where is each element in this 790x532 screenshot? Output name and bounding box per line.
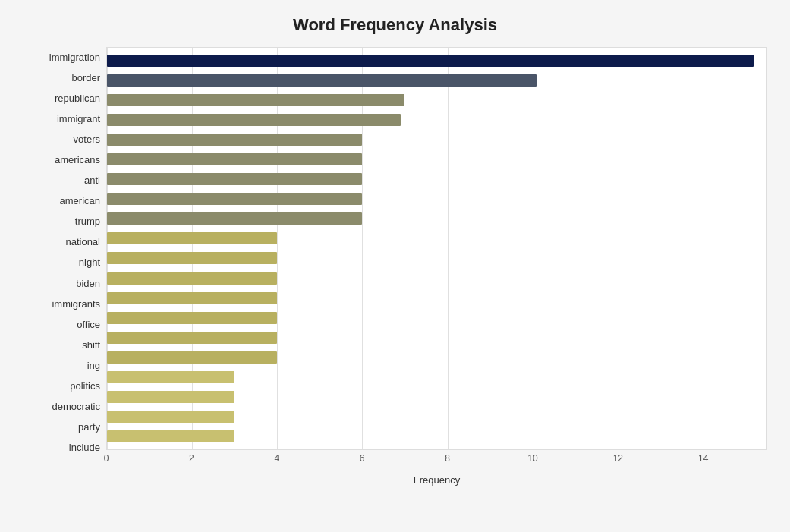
- bar-row: [107, 71, 766, 90]
- bar-row: [107, 130, 766, 150]
- bar: [107, 134, 362, 146]
- bar: [107, 55, 754, 67]
- bar: [107, 252, 277, 264]
- y-label: politics: [70, 381, 100, 391]
- bar: [107, 391, 234, 403]
- y-label: trump: [75, 216, 100, 226]
- x-axis-container: 02468101214 Frequency: [106, 450, 767, 480]
- bar: [107, 430, 234, 442]
- y-label: anti: [84, 175, 100, 185]
- y-label: immigration: [49, 52, 100, 62]
- y-label: immigrant: [57, 114, 100, 124]
- bar-row: [107, 110, 766, 130]
- y-label: republican: [55, 93, 100, 103]
- bar: [107, 193, 362, 205]
- bar-row: [107, 228, 766, 248]
- bar: [107, 173, 362, 185]
- bar: [107, 114, 401, 126]
- bars-area: [106, 47, 767, 450]
- x-tick: 10: [527, 453, 537, 464]
- bar-row: [107, 169, 766, 189]
- bar: [107, 212, 362, 225]
- x-axis-label: Frequency: [106, 474, 767, 486]
- y-label: night: [79, 257, 100, 267]
- bar-row: [107, 248, 766, 268]
- y-label: border: [71, 73, 100, 83]
- bar: [107, 351, 277, 364]
- x-tick: 14: [698, 453, 708, 464]
- bars-wrapper: [107, 48, 766, 449]
- chart-title: Word Frequency Analysis: [23, 15, 767, 35]
- chart-area: immigrationborderrepublicanimmigrantvote…: [23, 47, 767, 480]
- bar: [107, 371, 234, 383]
- y-label: national: [65, 237, 100, 247]
- x-tick: 4: [274, 453, 279, 464]
- x-tick: 8: [445, 453, 450, 464]
- x-axis: 02468101214: [106, 450, 767, 473]
- bar-row: [107, 308, 766, 328]
- bar-row: [107, 189, 766, 209]
- bar-row: [107, 150, 766, 169]
- x-tick: 12: [613, 453, 623, 464]
- bar-row: [107, 367, 766, 387]
- x-tick: 6: [360, 453, 365, 464]
- y-label: voters: [74, 134, 100, 144]
- y-label: american: [60, 196, 100, 206]
- bar-row: [107, 387, 766, 407]
- bar-row: [107, 51, 766, 71]
- bar-row: [107, 328, 766, 348]
- y-label: americans: [55, 155, 100, 165]
- bars-and-xaxis: 02468101214 Frequency: [106, 47, 767, 480]
- x-tick: 0: [104, 453, 109, 464]
- bar: [107, 292, 277, 304]
- bar-row: [107, 269, 766, 288]
- bar-row: [107, 288, 766, 308]
- y-label: immigrants: [52, 299, 100, 309]
- bar: [107, 94, 404, 106]
- y-label: democratic: [52, 401, 100, 411]
- bar-row: [107, 209, 766, 228]
- bar-row: [107, 348, 766, 367]
- y-label: ing: [87, 360, 100, 370]
- bar: [107, 232, 277, 244]
- bar: [107, 312, 277, 324]
- y-label: shift: [82, 340, 100, 350]
- y-label: party: [78, 422, 100, 432]
- bar: [107, 411, 234, 423]
- bar: [107, 153, 362, 165]
- bar-row: [107, 90, 766, 110]
- y-label: office: [77, 320, 100, 329]
- bar: [107, 332, 277, 344]
- bar-row: [107, 427, 766, 446]
- y-axis: immigrationborderrepublicanimmigrantvote…: [23, 47, 106, 480]
- bar: [107, 74, 537, 87]
- bar: [107, 272, 277, 285]
- bar-row: [107, 407, 766, 427]
- y-label: include: [69, 442, 100, 452]
- y-label: biden: [76, 279, 100, 288]
- chart-container: Word Frequency Analysis immigrationborde…: [0, 0, 790, 532]
- x-tick: 2: [189, 453, 194, 464]
